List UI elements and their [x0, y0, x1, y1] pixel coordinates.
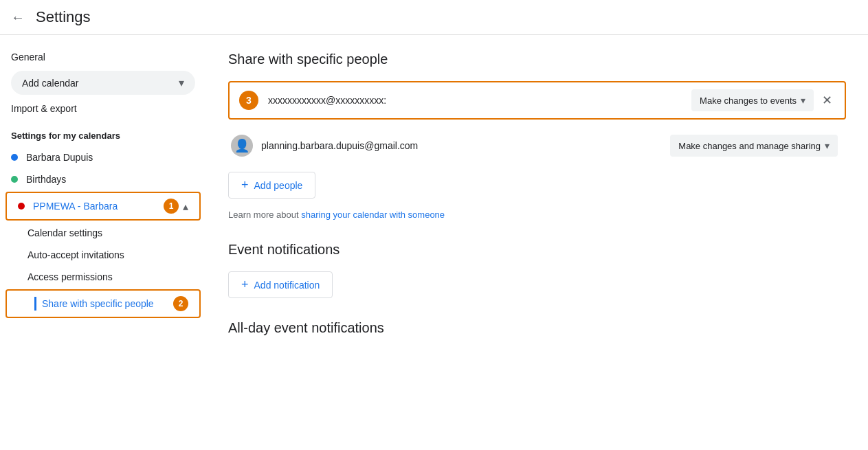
page: ← Settings General Add calendar ▾ Import…	[0, 0, 868, 450]
chevron-down-icon: ▾	[179, 76, 184, 89]
content-area: General Add calendar ▾ Import & export S…	[0, 35, 868, 450]
badge-3: 3	[239, 91, 258, 110]
close-button-0[interactable]: ✕	[819, 90, 835, 111]
badge-2: 2	[173, 296, 188, 311]
sidebar-subitem-calendar-settings[interactable]: Calendar settings	[0, 222, 206, 244]
sidebar-general[interactable]: General	[0, 46, 206, 68]
add-calendar-button[interactable]: Add calendar ▾	[11, 71, 195, 95]
sidebar-item-share-specific[interactable]: Share with specific people 2	[5, 289, 201, 318]
share-section-title: Share with specific people	[228, 52, 846, 67]
plus-icon-notif: +	[241, 278, 249, 292]
share-row-highlighted: 3 xxxxxxxxxxxx@xxxxxxxxxx: Make changes …	[228, 81, 846, 120]
sidebar-subitem-auto-accept[interactable]: Auto-accept invitations	[0, 244, 206, 266]
active-bar	[34, 297, 36, 311]
avatar-1: 👤	[231, 135, 253, 157]
back-icon: ←	[11, 10, 25, 25]
sidebar-item-barbara-dupuis[interactable]: Barbara Dupuis	[0, 146, 206, 168]
calendar-dot-green	[11, 176, 18, 183]
dropdown-arrow-icon-0: ▾	[801, 95, 805, 106]
permission-label-0: Make changes to events	[700, 95, 797, 106]
permission-dropdown-1[interactable]: Make changes and manage sharing ▾	[670, 135, 838, 157]
permission-dropdown-0[interactable]: Make changes to events ▾	[691, 89, 814, 111]
sidebar: General Add calendar ▾ Import & export S…	[0, 35, 206, 450]
share-specific-label: Share with specific people	[42, 298, 173, 309]
dropdown-arrow-icon-1: ▾	[825, 140, 830, 151]
top-bar: ← Settings	[0, 0, 868, 35]
add-people-button[interactable]: + Add people	[228, 172, 315, 199]
calendar-name-birthdays: Birthdays	[26, 174, 66, 185]
chevron-up-icon: ▴	[183, 200, 188, 213]
sidebar-subitem-access-permissions[interactable]: Access permissions	[0, 266, 206, 288]
learn-more-link[interactable]: sharing your calendar with someone	[301, 210, 445, 220]
person-icon: 👤	[234, 138, 249, 153]
event-notifications-title: Event notifications	[228, 242, 846, 258]
add-notification-button[interactable]: + Add notification	[228, 271, 333, 298]
email-text-0: xxxxxxxxxxxx@xxxxxxxxxx:	[268, 95, 691, 106]
back-button[interactable]: ←	[11, 10, 25, 25]
import-export-item[interactable]: Import & export	[0, 98, 206, 120]
add-notification-label: Add notification	[254, 280, 320, 291]
permission-label-1: Make changes and manage sharing	[678, 141, 821, 151]
sidebar-item-ppmewa[interactable]: PPMEWA - Barbara 1 ▴	[5, 192, 201, 221]
calendar-dot-red	[18, 203, 25, 210]
share-row-1: 👤 planning.barbara.dupuis@gmail.com Make…	[228, 128, 846, 164]
sidebar-item-birthdays[interactable]: Birthdays	[0, 168, 206, 190]
add-people-label: Add people	[254, 180, 303, 191]
all-day-event-notifications-title: All-day event notifications	[228, 320, 846, 336]
add-calendar-label: Add calendar	[22, 78, 79, 89]
learn-more-text: Learn more about sharing your calendar w…	[228, 210, 846, 220]
calendar-dot-blue	[11, 154, 18, 161]
page-title: Settings	[36, 8, 91, 26]
main-content: Share with specific people 3 xxxxxxxxxxx…	[206, 35, 868, 450]
plus-icon-people: +	[241, 178, 249, 192]
ppmewa-label: PPMEWA - Barbara	[33, 201, 164, 212]
badge-1: 1	[164, 199, 179, 214]
calendar-name-barbara: Barbara Dupuis	[26, 152, 93, 163]
settings-section-label: Settings for my calendars	[0, 120, 206, 146]
email-text-1: planning.barbara.dupuis@gmail.com	[261, 140, 670, 151]
